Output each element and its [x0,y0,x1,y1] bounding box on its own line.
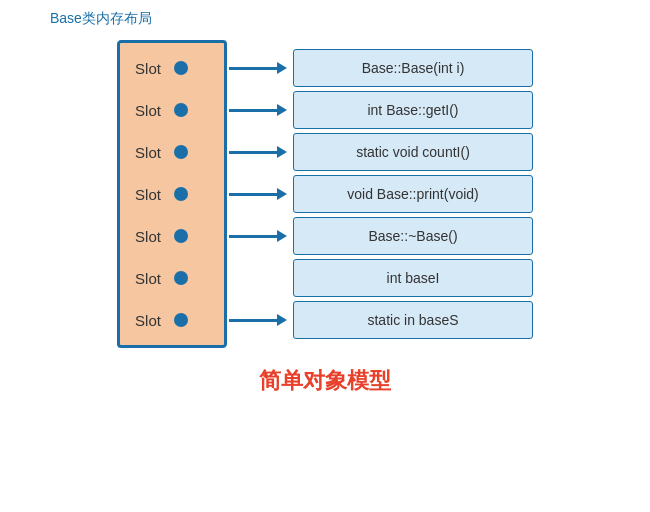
arrow-icon [229,67,279,70]
arrow-icon [229,151,279,154]
vtable-box: SlotSlotSlotSlotSlotSlotSlot [117,40,227,348]
arrow-row [229,175,279,213]
arrow-row [229,301,279,339]
slot-dot [174,229,188,243]
arrow-icon [229,109,279,112]
page-title: Base类内存布局 [50,10,152,28]
arrow-row [229,133,279,171]
method-label: void Base::print(void) [293,175,533,213]
bottom-title: 简单对象模型 [259,366,391,396]
method-label: static in baseS [293,301,533,339]
slot-label: Slot [128,186,168,203]
arrow-row [229,49,279,87]
slot-row: Slot [128,175,216,213]
slot-label: Slot [128,144,168,161]
method-label: Base::Base(int i) [293,49,533,87]
slot-row: Slot [128,301,216,339]
arrow-icon [229,193,279,196]
slot-label: Slot [128,102,168,119]
arrows-column [229,49,291,339]
arrow-row [229,91,279,129]
slot-dot [174,271,188,285]
slot-label: Slot [128,312,168,329]
slot-label: Slot [128,228,168,245]
slot-dot [174,187,188,201]
slot-dot [174,313,188,327]
slot-row: Slot [128,217,216,255]
method-label: Base::~Base() [293,217,533,255]
arrow-icon [229,235,279,238]
method-label: int Base::getI() [293,91,533,129]
slot-dot [174,145,188,159]
slot-row: Slot [128,91,216,129]
method-label: int baseI [293,259,533,297]
arrow-icon [229,319,279,322]
slot-label: Slot [128,270,168,287]
slot-label: Slot [128,60,168,77]
labels-column: Base::Base(int i)int Base::getI()static … [293,49,533,339]
arrow-row [229,259,291,297]
slot-row: Slot [128,49,216,87]
diagram-container: SlotSlotSlotSlotSlotSlotSlot Base::Base(… [20,40,630,348]
method-label: static void countI() [293,133,533,171]
arrow-row [229,217,279,255]
slot-row: Slot [128,133,216,171]
slot-row: Slot [128,259,216,297]
slot-dot [174,61,188,75]
slot-dot [174,103,188,117]
